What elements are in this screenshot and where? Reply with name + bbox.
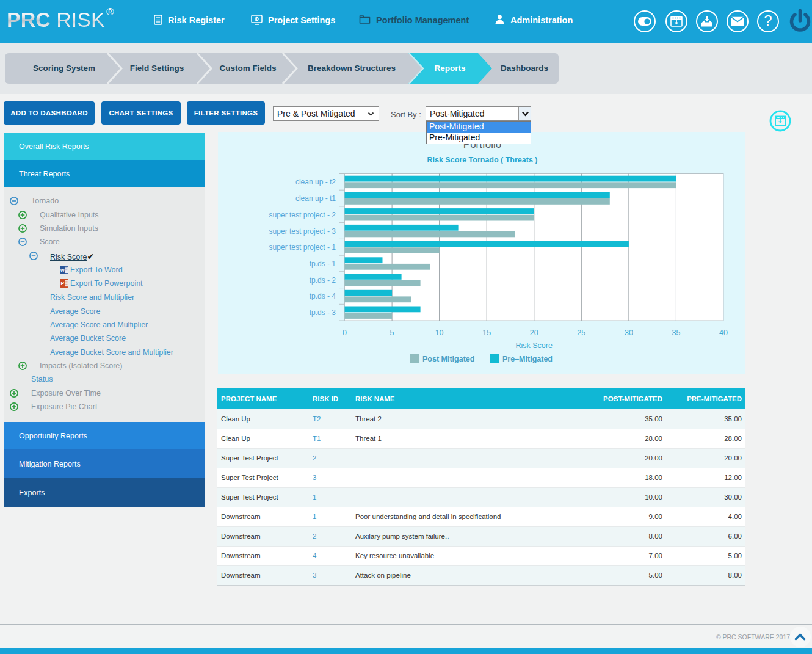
svg-text:30: 30	[625, 329, 633, 337]
svg-text:clean up - t2: clean up - t2	[295, 178, 336, 186]
svg-text:Post Mitigated: Post Mitigated	[422, 355, 474, 363]
svg-text:20: 20	[530, 329, 538, 337]
svg-text:P: P	[60, 280, 64, 286]
svg-text:25: 25	[577, 329, 585, 337]
svg-text:super test project - 1: super test project - 1	[269, 243, 336, 252]
svg-text:tp.ds - 2: tp.ds - 2	[310, 276, 336, 285]
svg-text:40: 40	[719, 329, 728, 337]
svg-text:tp.ds - 4: tp.ds - 4	[310, 292, 336, 300]
svg-text:0: 0	[343, 329, 347, 337]
svg-text:5: 5	[390, 329, 394, 337]
svg-text:35: 35	[672, 329, 680, 337]
svg-text:15: 15	[482, 329, 491, 337]
svg-text:?: ?	[764, 14, 772, 29]
svg-text:super test project - 3: super test project - 3	[269, 227, 336, 236]
svg-text:clean up - t1: clean up - t1	[295, 194, 336, 203]
svg-text:tp.ds - 1: tp.ds - 1	[310, 260, 336, 268]
svg-text:10: 10	[435, 329, 444, 337]
svg-text:Risk Score: Risk Score	[515, 341, 552, 350]
svg-text:super test project - 2: super test project - 2	[269, 211, 336, 219]
svg-text:Risk Score Tornado ( Threats ): Risk Score Tornado ( Threats )	[427, 156, 537, 164]
svg-text:Pre–Mitigated: Pre–Mitigated	[502, 355, 553, 363]
svg-text:tp.ds - 3: tp.ds - 3	[310, 308, 336, 317]
svg-text:w: w	[60, 267, 65, 273]
